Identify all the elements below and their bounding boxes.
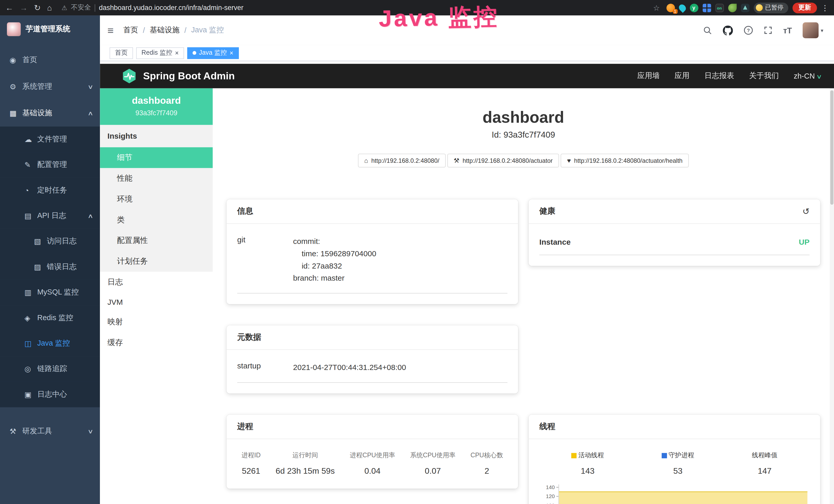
sidebar-item-config-management[interactable]: ✎ 配置管理 bbox=[0, 152, 100, 177]
instance-title: dashboard bbox=[213, 108, 834, 126]
breadcrumb-home[interactable]: 首页 bbox=[123, 25, 138, 35]
sidebar-item-dev-tools[interactable]: ⚒ 研发工具 ∨ bbox=[0, 418, 100, 445]
browser-menu-icon[interactable]: ⋮ bbox=[821, 3, 829, 12]
wrench-icon: ⚒ bbox=[454, 157, 459, 164]
cell-value: 6d 23h 15m 59s bbox=[276, 466, 335, 476]
extension-fox-icon[interactable]: 1 bbox=[666, 3, 675, 12]
sba-brand[interactable]: Spring Boot Admin bbox=[121, 68, 235, 84]
extension-count-badge: 1 bbox=[673, 9, 678, 14]
sidebar-item-scheduled-tasks[interactable]: ◔ 定时任务 bbox=[0, 178, 100, 203]
cell-value: 5261 bbox=[241, 466, 261, 476]
legend-yellow-swatch bbox=[571, 453, 577, 458]
column-header: 进程CPU使用率 bbox=[350, 451, 395, 460]
link-health-url[interactable]: ♥ http://192.168.0.2:48080/actuator/heal… bbox=[561, 154, 689, 167]
sba-body: dashboard 93a3fc7f7409 Insights 细节 性能 环境… bbox=[100, 88, 834, 504]
tab-redis-monitor[interactable]: Redis 监控 × bbox=[136, 47, 184, 59]
sba-logo-icon bbox=[121, 68, 137, 84]
extension-on-icon[interactable]: on bbox=[715, 3, 724, 12]
sba-item-logs[interactable]: 日志 bbox=[100, 272, 213, 293]
sidebar-logo[interactable]: 芋道管理系统 bbox=[0, 16, 100, 43]
extension-leaf-icon[interactable] bbox=[728, 3, 737, 12]
browser-back-icon[interactable]: ← bbox=[5, 4, 13, 12]
instance-name: dashboard bbox=[104, 95, 208, 106]
sba-item-scheduled-tasks[interactable]: 计划任务 bbox=[100, 251, 213, 272]
sba-item-mappings[interactable]: 映射 bbox=[100, 312, 213, 332]
link-actuator-url[interactable]: ⚒ http://192.168.0.2:48080/actuator bbox=[447, 154, 559, 167]
extension-grid-icon[interactable] bbox=[702, 3, 711, 12]
sba-nav-journal[interactable]: 日志报表 bbox=[704, 71, 734, 81]
sidebar-item-label: 访问日志 bbox=[47, 237, 76, 246]
font-size-icon[interactable]: тT bbox=[783, 26, 792, 35]
file-icon: ☁ bbox=[24, 135, 37, 143]
sba-nav-applications[interactable]: 应用 bbox=[675, 71, 689, 81]
sidebar-item-home[interactable]: ◉ 首页 bbox=[0, 47, 100, 73]
github-icon[interactable] bbox=[723, 25, 733, 35]
sidebar-item-api-logs[interactable]: ▤ API 日志 ∧ bbox=[0, 203, 100, 229]
browser-reload-icon[interactable]: ↻ bbox=[34, 4, 41, 12]
chart-y-axis: 140 120 100 bbox=[542, 484, 558, 504]
close-icon[interactable]: × bbox=[175, 50, 179, 56]
tab-java-monitor[interactable]: Java 监控 × bbox=[187, 47, 239, 59]
tags-view: 首页 Redis 监控 × Java 监控 × bbox=[100, 45, 834, 61]
paused-badge[interactable]: 已暂停 bbox=[753, 2, 788, 13]
extension-y-icon[interactable]: y bbox=[690, 3, 698, 12]
sba-instance-header[interactable]: dashboard 93a3fc7f7409 bbox=[100, 88, 213, 125]
status-badge: UP bbox=[799, 238, 810, 246]
sba-item-performance[interactable]: 性能 bbox=[100, 168, 213, 189]
timer-icon: ◔ bbox=[24, 186, 37, 194]
address-bar[interactable]: ⚠ 不安全 dashboard.yudao.iocoder.cn/infra/a… bbox=[61, 3, 646, 12]
legend-value: 143 bbox=[571, 466, 604, 476]
metadata-row-startup: startup 2021-04-27T00:44:31.254+08:00 bbox=[237, 362, 507, 383]
breadcrumb-separator: / bbox=[184, 26, 186, 35]
sba-item-config-props[interactable]: 配置属性 bbox=[100, 230, 213, 251]
sidebar-item-access-logs[interactable]: ▧ 访问日志 bbox=[0, 229, 100, 254]
sba-nav-wallboard[interactable]: 应用墙 bbox=[637, 71, 660, 81]
health-row-instance[interactable]: Instance UP bbox=[540, 235, 810, 255]
link-service-url[interactable]: ⌂ http://192.168.0.2:48080/ bbox=[358, 154, 446, 167]
history-icon[interactable]: ↺ bbox=[803, 206, 810, 216]
user-menu[interactable]: ▾ bbox=[803, 22, 824, 38]
sba-item-classes[interactable]: 类 bbox=[100, 209, 213, 230]
sba-item-caches[interactable]: 缓存 bbox=[100, 332, 213, 353]
sidebar-toggle-icon[interactable]: ≡ bbox=[107, 24, 113, 37]
sidebar-item-java-monitor[interactable]: ◫ Java 监控 bbox=[0, 331, 100, 356]
sba-section-insights[interactable]: Insights bbox=[100, 125, 213, 147]
sba-language-select[interactable]: zh-CN∨ bbox=[794, 72, 821, 81]
scrollbar-thumb[interactable] bbox=[830, 90, 833, 205]
process-col-cpu: 进程CPU使用率 0.04 bbox=[350, 451, 395, 476]
sidebar-item-mysql-monitor[interactable]: ▥ MySQL 监控 bbox=[0, 280, 100, 305]
sidebar-item-log-center[interactable]: ▣ 日志中心 bbox=[0, 382, 100, 407]
browser-forward-icon[interactable]: → bbox=[20, 4, 28, 12]
admin-menu: ◉ 首页 ⚙ 系统管理 ∨ ▦ 基础设施 ∧ ☁ 文件管理 bbox=[0, 43, 100, 445]
fullscreen-icon[interactable] bbox=[764, 26, 773, 35]
sba-item-details[interactable]: 细节 bbox=[100, 147, 213, 168]
process-card: 进程 进程ID 5261 运行时间 bbox=[226, 415, 518, 488]
scrollbar-track[interactable] bbox=[830, 88, 834, 504]
tab-home[interactable]: 首页 bbox=[110, 47, 133, 59]
browser-home-icon[interactable]: ⌂ bbox=[47, 4, 52, 12]
sba-item-environment[interactable]: 环境 bbox=[100, 189, 213, 209]
sba-nav-about[interactable]: 关于我们 bbox=[749, 71, 779, 81]
close-icon[interactable]: × bbox=[229, 50, 234, 56]
update-button[interactable]: 更新 bbox=[792, 2, 817, 13]
breadcrumb-section[interactable]: 基础设施 bbox=[150, 25, 179, 35]
bookmark-star-icon[interactable]: ☆ bbox=[653, 4, 660, 12]
column-header: 进程ID bbox=[241, 451, 261, 460]
sidebar-item-infrastructure[interactable]: ▦ 基础设施 ∧ bbox=[0, 100, 100, 127]
search-icon[interactable] bbox=[704, 26, 712, 35]
sidebar-item-redis-monitor[interactable]: ◈ Redis 监控 bbox=[0, 305, 100, 331]
sidebar-item-error-logs[interactable]: ▨ 错误日志 bbox=[0, 254, 100, 280]
sidebar-item-file-management[interactable]: ☁ 文件管理 bbox=[0, 127, 100, 152]
dashboard-icon: ◉ bbox=[9, 56, 22, 64]
health-card: 健康 ↺ Instance UP bbox=[529, 200, 820, 266]
sidebar-item-trace[interactable]: ◎ 链路追踪 bbox=[0, 356, 100, 382]
health-card-title: 健康 bbox=[540, 206, 555, 216]
extension-drop-icon[interactable] bbox=[677, 3, 687, 13]
process-card-title: 进程 bbox=[226, 415, 518, 439]
metadata-value: 2021-04-27T00:44:31.254+08:00 bbox=[293, 362, 507, 374]
y-tick: 140 bbox=[546, 485, 558, 494]
help-icon[interactable]: ? bbox=[744, 25, 753, 35]
extension-tree-icon[interactable] bbox=[741, 3, 749, 12]
sba-item-jvm[interactable]: JVM bbox=[100, 293, 213, 312]
sidebar-item-system[interactable]: ⚙ 系统管理 ∨ bbox=[0, 73, 100, 100]
